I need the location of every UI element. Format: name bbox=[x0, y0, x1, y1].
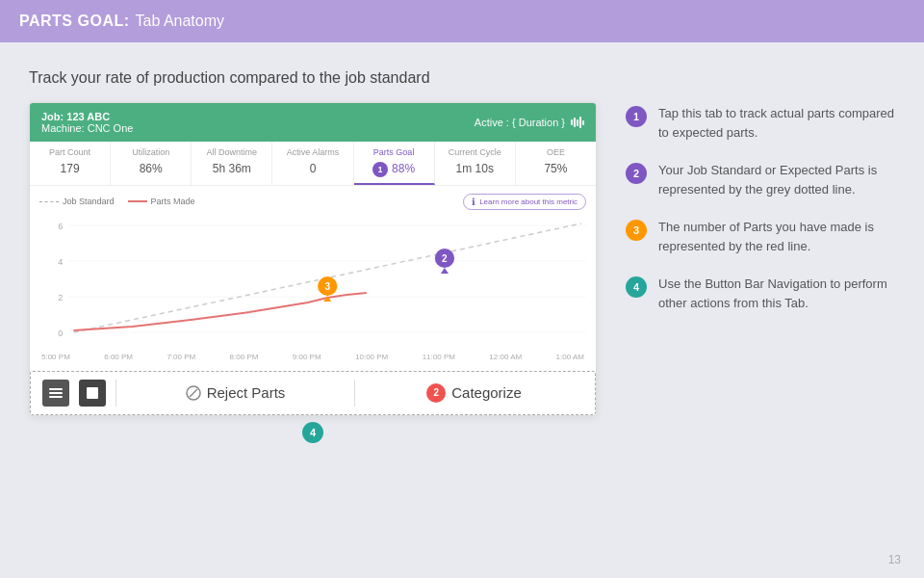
stats-row: Part Count179Utilization86%All Downtime5… bbox=[30, 142, 596, 186]
svg-text:3: 3 bbox=[324, 281, 330, 292]
vertical-divider-2 bbox=[354, 380, 355, 407]
legend-parts-made-label: Parts Made bbox=[151, 197, 195, 206]
x-label: 1:00 AM bbox=[556, 353, 584, 361]
subtitle: Track your rate of production compared t… bbox=[29, 69, 597, 87]
machine-header: Job: 123 ABC Machine: CNC One Active : {… bbox=[30, 103, 596, 142]
x-label: 8:00 PM bbox=[230, 353, 259, 361]
svg-line-20 bbox=[190, 389, 197, 397]
main-content: Track your rate of production compared t… bbox=[0, 42, 924, 578]
machine-status: Active : { Duration } bbox=[475, 117, 584, 128]
annotation-item: 1Tap this tab to track actual parts comp… bbox=[626, 104, 895, 142]
annotation-item: 3The number of Parts you have made is re… bbox=[626, 218, 895, 255]
tab-badge: 1 bbox=[372, 162, 388, 177]
dashed-line-icon bbox=[39, 201, 59, 202]
x-label: 12:00 AM bbox=[489, 353, 522, 361]
stat-item[interactable]: Current Cycle1m 10s bbox=[435, 142, 516, 185]
annotation-badge-3: 3 bbox=[626, 220, 647, 241]
stat-item[interactable]: All Downtime5h 36m bbox=[192, 142, 272, 185]
stat-label: Parts Goal bbox=[362, 147, 426, 157]
chart-legend: Job Standard Parts Made ℹ Learn more abo… bbox=[39, 194, 586, 210]
wave-icon bbox=[571, 117, 584, 128]
machine-name: Machine: CNC One bbox=[41, 122, 133, 134]
svg-rect-17 bbox=[49, 396, 63, 398]
chart-svg: 6 4 2 0 2 3 bbox=[39, 216, 586, 351]
button-bar: Reject Parts 2 Categorize bbox=[30, 371, 596, 415]
svg-rect-16 bbox=[49, 392, 63, 394]
stat-label: All Downtime bbox=[199, 147, 264, 157]
stat-value: 179 bbox=[61, 162, 80, 175]
stat-value: 75% bbox=[544, 162, 567, 175]
x-label: 5:00 PM bbox=[41, 353, 70, 361]
svg-marker-11 bbox=[441, 268, 449, 274]
stat-label: Part Count bbox=[38, 147, 102, 157]
square-icon-button[interactable] bbox=[79, 380, 106, 407]
x-label: 6:00 PM bbox=[104, 353, 133, 361]
learn-more-text: Learn more about this metric bbox=[479, 197, 578, 206]
solid-line-icon bbox=[128, 200, 147, 202]
menu-icon-button[interactable] bbox=[42, 380, 69, 407]
svg-text:2: 2 bbox=[442, 253, 448, 264]
stat-label: Utilization bbox=[118, 147, 183, 157]
annotation-badge-2: 2 bbox=[626, 163, 647, 184]
badge4-container: 4 bbox=[29, 422, 597, 443]
annotation-item: 4Use the Button Bar Navigation to perfor… bbox=[626, 275, 895, 312]
svg-text:0: 0 bbox=[58, 328, 63, 338]
stat-label: Current Cycle bbox=[443, 147, 507, 157]
svg-rect-15 bbox=[49, 388, 63, 390]
vertical-divider bbox=[116, 380, 116, 407]
annotation-text: Use the Button Bar Navigation to perform… bbox=[658, 275, 895, 312]
svg-text:4: 4 bbox=[58, 257, 63, 267]
reject-icon bbox=[186, 385, 201, 401]
chart-x-labels: 5:00 PM6:00 PM7:00 PM8:00 PM9:00 PM10:00… bbox=[39, 353, 586, 361]
annotation-badge-4: 4 bbox=[626, 276, 647, 298]
learn-more-button[interactable]: ℹ Learn more about this metric bbox=[463, 194, 586, 210]
stat-value: 86% bbox=[140, 162, 163, 175]
stat-item[interactable]: OEE75% bbox=[516, 142, 596, 185]
reject-parts-label: Reject Parts bbox=[207, 384, 286, 401]
machine-card: Job: 123 ABC Machine: CNC One Active : {… bbox=[29, 102, 597, 416]
categorize-badge: 2 bbox=[426, 383, 446, 403]
stat-item[interactable]: Parts Goal188% bbox=[354, 142, 435, 185]
machine-job: Job: 123 ABC bbox=[41, 111, 133, 122]
x-label: 11:00 PM bbox=[423, 353, 455, 361]
svg-text:6: 6 bbox=[58, 222, 63, 231]
stat-value: 1m 10s bbox=[456, 162, 494, 175]
header: PARTS GOAL: Tab Anatomy bbox=[0, 0, 924, 42]
chart-area: Job Standard Parts Made ℹ Learn more abo… bbox=[30, 186, 596, 367]
categorize-label: Categorize bbox=[451, 384, 522, 401]
header-title-light: Tab Anatomy bbox=[136, 13, 225, 30]
stat-item[interactable]: Active Alarms0 bbox=[272, 142, 353, 185]
annotation-text: Tap this tab to track actual parts compa… bbox=[658, 104, 895, 142]
legend-job-standard: Job Standard bbox=[39, 197, 115, 206]
reject-parts-button[interactable]: Reject Parts bbox=[126, 384, 345, 401]
legend-job-standard-label: Job Standard bbox=[63, 197, 115, 206]
right-panel: 1Tap this tab to track actual parts comp… bbox=[626, 69, 895, 559]
legend-parts-made: Parts Made bbox=[128, 197, 195, 206]
stat-value: 0 bbox=[310, 162, 317, 175]
page-number: 13 bbox=[888, 553, 901, 566]
annotation-badge-1: 1 bbox=[626, 106, 647, 127]
machine-info: Job: 123 ABC Machine: CNC One bbox=[41, 111, 133, 134]
annotation-item: 2Your Job Standard or Expected Parts is … bbox=[626, 161, 895, 198]
x-label: 10:00 PM bbox=[355, 353, 388, 361]
stat-item[interactable]: Part Count179 bbox=[30, 142, 111, 185]
stat-value: 188% bbox=[372, 162, 415, 175]
annotation-text: Your Job Standard or Expected Parts is r… bbox=[658, 161, 895, 198]
header-title-bold: PARTS GOAL: bbox=[19, 13, 130, 30]
svg-rect-18 bbox=[87, 387, 98, 399]
stat-label: Active Alarms bbox=[280, 147, 345, 157]
x-label: 9:00 PM bbox=[293, 353, 321, 361]
stat-item[interactable]: Utilization86% bbox=[111, 142, 192, 185]
svg-text:2: 2 bbox=[58, 293, 63, 302]
left-panel: Track your rate of production compared t… bbox=[29, 69, 597, 559]
categorize-button[interactable]: 2 Categorize bbox=[365, 383, 583, 403]
stat-value: 5h 36m bbox=[213, 162, 251, 175]
x-label: 7:00 PM bbox=[167, 353, 195, 361]
machine-status-text: Active : { Duration } bbox=[475, 117, 565, 128]
annotation-badge-4: 4 bbox=[302, 422, 323, 443]
stat-label: OEE bbox=[524, 147, 588, 157]
annotation-text: The number of Parts you have made is rep… bbox=[658, 218, 895, 255]
